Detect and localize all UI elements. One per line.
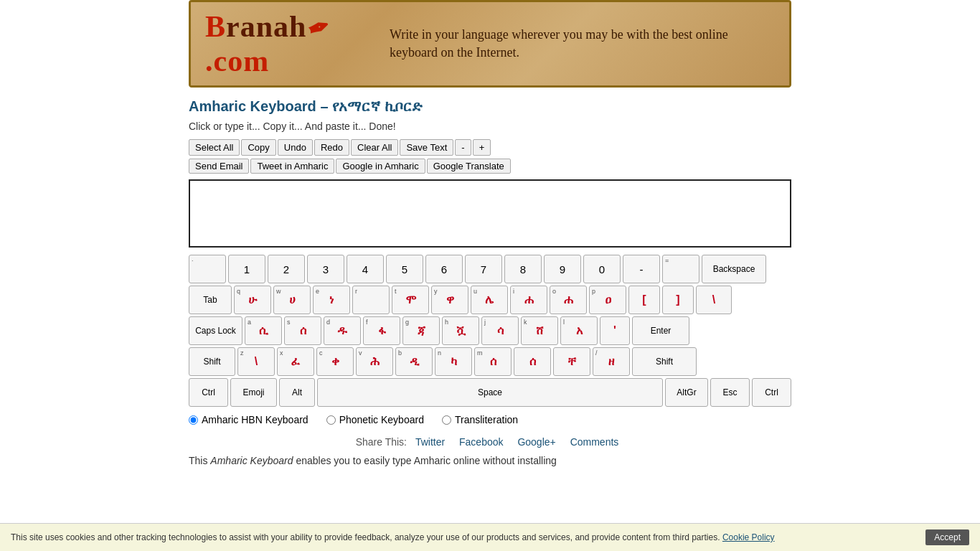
- key-b[interactable]: b ዲ: [395, 347, 433, 376]
- redo-button[interactable]: Redo: [314, 139, 349, 156]
- copy-button[interactable]: Copy: [241, 139, 275, 156]
- key-1[interactable]: 1: [228, 255, 265, 283]
- key-z[interactable]: z \: [237, 347, 275, 376]
- key-i[interactable]: i ሐ: [510, 286, 547, 314]
- key-semicolon[interactable]: ': [600, 316, 630, 345]
- key-q[interactable]: q ሁ: [234, 286, 271, 314]
- key-6[interactable]: 6: [425, 255, 463, 283]
- key-equals[interactable]: =: [662, 255, 699, 283]
- key-2[interactable]: 2: [268, 255, 305, 283]
- key-k[interactable]: k ሸ: [521, 316, 558, 345]
- key-9[interactable]: 9: [544, 255, 581, 283]
- option-transliteration[interactable]: Transliteration: [442, 414, 518, 425]
- key-backslash[interactable]: \: [696, 286, 732, 314]
- tweet-button[interactable]: Tweet in Amharic: [250, 159, 334, 174]
- facebook-link[interactable]: Facebook: [459, 436, 503, 448]
- toolbar-row2: Send Email Tweet in Amharic Google in Am…: [189, 159, 791, 174]
- key-tilde[interactable]: ·: [189, 255, 226, 283]
- twitter-link[interactable]: Twitter: [415, 436, 445, 448]
- key-u[interactable]: u ሌ: [471, 286, 508, 314]
- comments-link[interactable]: Comments: [570, 436, 619, 448]
- key-e[interactable]: e ነ: [313, 286, 350, 314]
- key-s[interactable]: s ሰ: [284, 316, 321, 345]
- key-backspace[interactable]: Backspace: [702, 255, 766, 283]
- key-7[interactable]: 7: [465, 255, 502, 283]
- key-ctrl-right[interactable]: Ctrl: [752, 378, 791, 407]
- option-phonetic[interactable]: Phonetic Keyboard: [326, 414, 424, 425]
- googleplus-link[interactable]: Google+: [517, 436, 555, 448]
- key-5[interactable]: 5: [386, 255, 423, 283]
- key-row-qwerty: Tab q ሁ w ሀ e ነ r t ሞ y ዋ: [189, 286, 791, 314]
- key-n[interactable]: n ካ: [435, 347, 472, 376]
- key-shift-left[interactable]: Shift: [189, 347, 235, 376]
- brand-logo: Branah✒.com: [205, 10, 331, 77]
- key-enter[interactable]: Enter: [632, 316, 689, 345]
- key-comma[interactable]: ሰ: [514, 347, 551, 376]
- key-row-zxcv: Shift z \ x ፈ c ቀ v ሕ b ዲ n: [189, 347, 791, 376]
- key-space[interactable]: Space: [317, 378, 663, 407]
- key-t[interactable]: t ሞ: [392, 286, 429, 314]
- key-c[interactable]: c ቀ: [316, 347, 354, 376]
- key-m[interactable]: m ሰ: [474, 347, 512, 376]
- key-row-asdf: Caps Lock a ሲ s ሰ d ዱ f ፋ g ጃ h: [189, 316, 791, 345]
- key-open-bracket[interactable]: [: [628, 286, 660, 314]
- key-alt-left[interactable]: Alt: [279, 378, 315, 407]
- key-a[interactable]: a ሲ: [245, 316, 282, 345]
- send-email-button[interactable]: Send Email: [189, 159, 249, 174]
- option-hbn[interactable]: Amharic HBN Keyboard: [189, 414, 308, 425]
- key-y[interactable]: y ዋ: [431, 286, 468, 314]
- key-l[interactable]: l አ: [560, 316, 598, 345]
- google-button[interactable]: Google in Amharic: [336, 159, 425, 174]
- key-3[interactable]: 3: [307, 255, 344, 283]
- key-row-numbers: · 1 2 3 4 5: [189, 255, 791, 283]
- key-slash[interactable]: / ዘ: [593, 347, 630, 376]
- minus-button[interactable]: -: [455, 139, 471, 156]
- key-8[interactable]: 8: [504, 255, 542, 283]
- keyboard-options: Amharic HBN Keyboard Phonetic Keyboard T…: [189, 414, 791, 425]
- key-tab[interactable]: Tab: [189, 286, 232, 314]
- main-content: Amharic Keyboard – የአማርኛ ኪቦርድ Click or t…: [189, 88, 791, 477]
- key-minus[interactable]: -: [623, 255, 660, 283]
- key-caps-lock[interactable]: Caps Lock: [189, 316, 242, 345]
- share-section: Share This: Twitter Facebook Google+ Com…: [189, 436, 791, 448]
- key-d[interactable]: d ዱ: [324, 316, 361, 345]
- key-close-bracket[interactable]: ]: [662, 286, 694, 314]
- key-ctrl-left[interactable]: Ctrl: [189, 378, 228, 407]
- translate-button[interactable]: Google Translate: [427, 159, 511, 174]
- key-h[interactable]: h ሿ: [442, 316, 479, 345]
- key-w[interactable]: w ሀ: [273, 286, 311, 314]
- key-g[interactable]: g ጃ: [402, 316, 440, 345]
- undo-button[interactable]: Undo: [278, 139, 313, 156]
- toolbar: Select All Copy Undo Redo Clear All Save…: [189, 139, 791, 156]
- key-j[interactable]: j ሳ: [481, 316, 519, 345]
- key-altgr[interactable]: AltGr: [665, 378, 708, 407]
- key-f[interactable]: f ፋ: [363, 316, 400, 345]
- page-title: Amharic Keyboard – የአማርኛ ኪቦርድ: [189, 98, 791, 115]
- key-o[interactable]: o ሐ: [550, 286, 587, 314]
- key-4[interactable]: 4: [347, 255, 384, 283]
- key-r[interactable]: r: [352, 286, 390, 314]
- key-row-bottom: Ctrl Emoji Alt Space AltGr Esc Ctrl: [189, 378, 791, 407]
- key-v[interactable]: v ሕ: [356, 347, 393, 376]
- key-emoji[interactable]: Emoji: [230, 378, 277, 407]
- banner: Branah✒.com Write in your language where…: [189, 0, 791, 88]
- key-x[interactable]: x ፈ: [277, 347, 314, 376]
- description: This Amharic Keyboard enables you to eas…: [189, 455, 791, 466]
- plus-button[interactable]: +: [473, 139, 491, 156]
- key-shift-right[interactable]: Shift: [632, 347, 697, 376]
- clear-all-button[interactable]: Clear All: [351, 139, 398, 156]
- select-all-button[interactable]: Select All: [189, 139, 240, 156]
- banner-tagline: Write in your language wherever you may …: [390, 26, 775, 62]
- key-p[interactable]: p ዐ: [589, 286, 626, 314]
- subtitle: Click or type it... Copy it... And paste…: [189, 121, 791, 132]
- keyboard: · 1 2 3 4 5: [189, 255, 791, 407]
- share-label: Share This:: [356, 436, 407, 448]
- key-period[interactable]: ቸ: [553, 347, 590, 376]
- save-text-button[interactable]: Save Text: [400, 139, 453, 156]
- key-0[interactable]: 0: [583, 255, 621, 283]
- key-esc[interactable]: Esc: [710, 378, 750, 407]
- text-input[interactable]: [189, 179, 791, 248]
